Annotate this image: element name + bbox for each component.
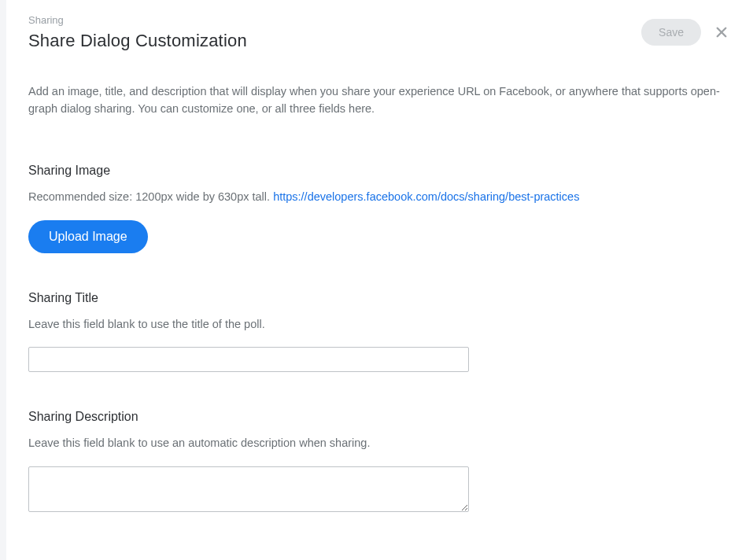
sharing-title-hint: Leave this field blank to use the title … bbox=[28, 316, 731, 333]
sharing-description-section: Sharing Description Leave this field bla… bbox=[28, 410, 731, 515]
sharing-image-heading: Sharing Image bbox=[28, 164, 731, 178]
close-icon[interactable] bbox=[712, 23, 731, 42]
modal-header: Sharing Share Dialog Customization Save bbox=[28, 14, 731, 51]
sharing-description-input[interactable] bbox=[28, 466, 469, 512]
sharing-image-hint-prefix: Recommended size: 1200px wide by 630px t… bbox=[28, 190, 273, 203]
sharing-image-section: Sharing Image Recommended size: 1200px w… bbox=[28, 164, 731, 253]
best-practices-link[interactable]: https://developers.facebook.com/docs/sha… bbox=[273, 190, 579, 203]
breadcrumb: Sharing bbox=[28, 14, 641, 26]
sharing-image-hint: Recommended size: 1200px wide by 630px t… bbox=[28, 189, 731, 206]
intro-description: Add an image, title, and description tha… bbox=[28, 83, 731, 118]
sharing-description-heading: Sharing Description bbox=[28, 410, 731, 424]
header-actions: Save bbox=[641, 14, 731, 46]
sharing-title-input[interactable] bbox=[28, 347, 469, 372]
sharing-description-hint: Leave this field blank to use an automat… bbox=[28, 435, 731, 452]
sharing-title-heading: Sharing Title bbox=[28, 291, 731, 305]
sharing-title-section: Sharing Title Leave this field blank to … bbox=[28, 291, 731, 373]
upload-image-button[interactable]: Upload Image bbox=[28, 220, 148, 253]
page-title: Share Dialog Customization bbox=[28, 31, 641, 51]
left-background-strip bbox=[0, 0, 6, 560]
save-button[interactable]: Save bbox=[641, 19, 701, 46]
header-text-group: Sharing Share Dialog Customization bbox=[28, 14, 641, 51]
share-dialog-modal: Sharing Share Dialog Customization Save … bbox=[6, 0, 753, 560]
